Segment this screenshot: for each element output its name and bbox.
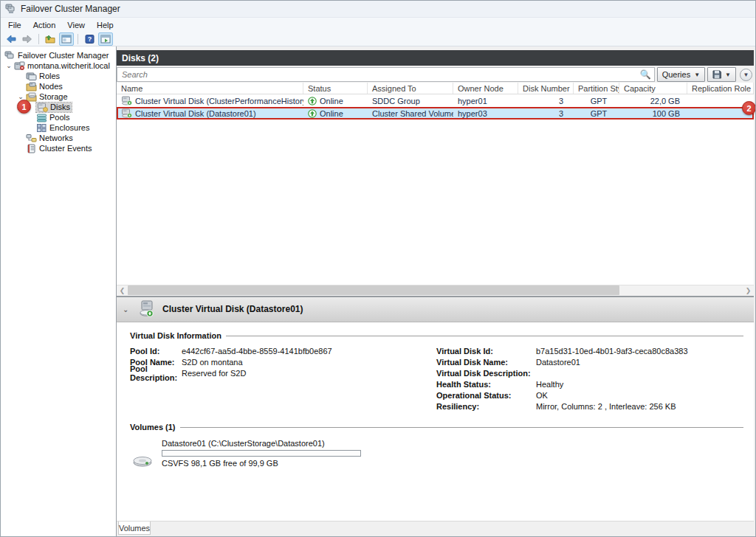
chevron-down-icon: ▼ [743, 72, 749, 78]
volume-usage-bar [162, 450, 361, 457]
scrollbar-thumb[interactable] [128, 285, 619, 295]
disk-name: Cluster Virtual Disk (ClusterPerformance… [135, 97, 303, 105]
tree-item-storage[interactable]: ⌄ Storage [1, 91, 116, 102]
scroll-right-icon[interactable]: ❯ [743, 287, 754, 294]
field-label: Pool Id: [130, 347, 182, 356]
collapse-details-icon[interactable]: ⌄ [123, 305, 131, 313]
tree-item-nodes[interactable]: Nodes [1, 81, 116, 91]
filter-bar: 🔍 Queries ▼ ▼ ▼ [117, 66, 754, 83]
column-header-status[interactable]: Status [303, 83, 368, 94]
tree-item-cluster-events[interactable]: Cluster Events [1, 143, 116, 153]
menu-action[interactable]: Action [27, 19, 62, 31]
status-text: Online [320, 97, 343, 105]
show-action-pane-button[interactable] [98, 32, 113, 46]
tab-volumes[interactable]: Volumes [118, 522, 151, 535]
column-header-replication-role[interactable]: Replication Role [687, 83, 754, 94]
column-header-assigned-to[interactable]: Assigned To [368, 83, 453, 94]
chevron-expanded-icon[interactable]: ⌄ [4, 62, 14, 69]
section-divider [226, 336, 743, 336]
tree-item-networks[interactable]: Networks [1, 133, 116, 143]
export-list-button[interactable] [43, 32, 58, 46]
tree-label: Roles [39, 72, 60, 80]
save-query-button[interactable]: ▼ [707, 67, 736, 82]
tree-label: Networks [39, 134, 73, 142]
section-title: Volumes (1) [130, 423, 176, 432]
tree-label: Failover Cluster Manager [18, 51, 109, 60]
volume-item-datastore01[interactable]: Datastore01 (C:\ClusterStorage\Datastore… [132, 439, 743, 468]
search-icon: 🔍 [640, 69, 651, 80]
folder-arrow-icon [45, 35, 55, 44]
column-header-owner-node[interactable]: Owner Node [453, 83, 518, 94]
help-button[interactable]: ? [82, 32, 97, 46]
console-tree: Failover Cluster Manager ⌄ montana.witch… [1, 46, 117, 536]
show-console-tree-button[interactable] [59, 32, 74, 46]
save-icon [712, 70, 721, 79]
volumes-section-header: Volumes (1) [130, 423, 743, 432]
virtual-disk-information-section-header: Virtual Disk Information [130, 331, 743, 340]
tree-item-enclosures[interactable]: Enclosures [1, 122, 116, 133]
table-row-cluster-performance-history[interactable]: Cluster Virtual Disk (ClusterPerformance… [117, 94, 754, 107]
console-window-icon [61, 35, 72, 44]
details-title: Cluster Virtual Disk (Datastore01) [162, 304, 303, 314]
forward-arrow-icon [22, 35, 32, 44]
volume-disk-icon [132, 451, 154, 468]
window-body: Failover Cluster Manager ⌄ montana.witch… [1, 46, 755, 536]
column-header-disk-number[interactable]: Disk Number [518, 83, 574, 94]
field-value: S2D on montana [182, 358, 243, 367]
scroll-left-icon[interactable]: ❮ [117, 287, 128, 294]
disks-icon [37, 103, 48, 112]
virtual-disk-icon [121, 96, 132, 105]
tree-item-roles[interactable]: Roles [1, 71, 116, 81]
horizontal-scrollbar[interactable]: ❮ ❯ [117, 285, 754, 296]
collapse-panel-button[interactable]: ▼ [740, 69, 752, 81]
status-online-icon [308, 97, 317, 105]
scrollbar-track[interactable] [128, 285, 743, 296]
capacity: 100 GB [619, 107, 687, 119]
volumes-section: Volumes (1) Datastore01 (C:\ClusterStora… [130, 423, 743, 468]
owner-node: hyper03 [453, 107, 518, 119]
back-button[interactable] [4, 32, 18, 46]
toolbar: ? [1, 32, 755, 46]
owner-node: hyper01 [453, 94, 518, 107]
toolbar-separator [38, 34, 39, 44]
tree-item-pools[interactable]: Pools [1, 112, 116, 122]
cluster-icon [14, 61, 25, 71]
help-icon: ? [85, 35, 94, 44]
column-header-partition-style[interactable]: Partition Style [574, 83, 619, 94]
table-header: Name Status Assigned To Owner Node Disk … [117, 83, 754, 94]
disk-list: Cluster Virtual Disk (ClusterPerformance… [117, 94, 754, 285]
tree-root-failover-cluster-manager[interactable]: Failover Cluster Manager [1, 50, 116, 60]
queries-button[interactable]: Queries ▼ [657, 67, 705, 82]
nodes-icon [26, 82, 37, 91]
tree-item-cluster[interactable]: ⌄ montana.witcherit.local [1, 60, 116, 71]
field-value: Reserved for S2D [182, 369, 246, 378]
partition-style: GPT [574, 94, 619, 107]
search-input[interactable] [117, 68, 654, 81]
roles-icon [26, 72, 37, 81]
table-row-datastore01-selected[interactable]: 2 Cluster Virtual Disk (Datastore01) Onl… [117, 107, 754, 119]
field-value: Mirror, Columns: 2 , Interleave: 256 KB [536, 402, 676, 411]
status-text: Online [320, 109, 343, 118]
field-virtual-disk-name: Virtual Disk Name: Datastore01 [436, 357, 743, 368]
field-label: Pool Description: [130, 364, 182, 382]
status-online-icon [308, 109, 317, 118]
details-tab-bar: Volumes [117, 521, 754, 536]
field-value: Datastore01 [536, 358, 580, 367]
details-header[interactable]: ⌄ Cluster Virtual Disk (Datastore01) [117, 296, 754, 322]
volume-name: Datastore01 (C:\ClusterStorage\Datastore… [162, 439, 361, 448]
volume-usage-text: CSVFS 98,1 GB free of 99,9 GB [162, 459, 361, 468]
tree-item-disks[interactable]: 1 Disks [1, 102, 116, 112]
disk-number: 3 [518, 107, 574, 119]
menu-view[interactable]: View [61, 19, 91, 31]
assigned-to: Cluster Shared Volume [368, 107, 453, 119]
action-pane-window-icon [100, 35, 111, 44]
disk-number: 3 [518, 94, 574, 107]
field-label: Operational Status: [436, 391, 536, 400]
column-header-capacity[interactable]: Capacity [619, 83, 687, 94]
menu-help[interactable]: Help [91, 19, 120, 31]
menu-file[interactable]: File [2, 19, 27, 31]
toolbar-separator [78, 34, 78, 44]
column-header-name[interactable]: Name [117, 83, 303, 94]
forward-button[interactable] [20, 32, 35, 46]
field-label: Health Status: [436, 380, 536, 389]
